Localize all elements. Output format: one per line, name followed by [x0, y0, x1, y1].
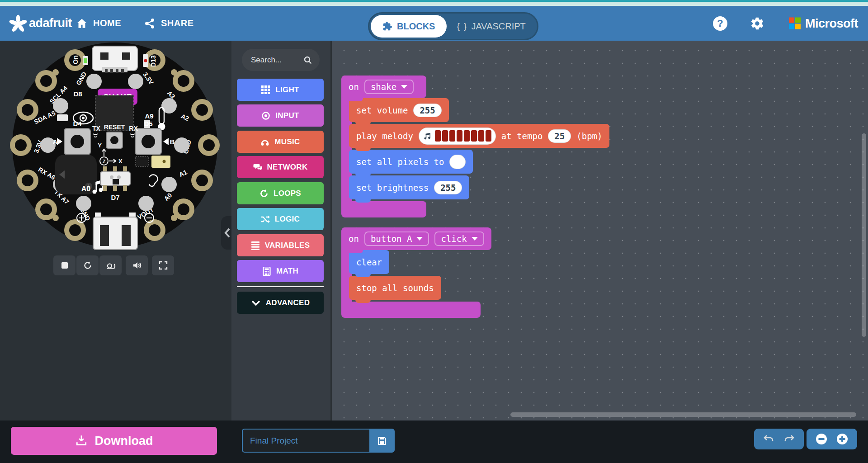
- search-box[interactable]: [242, 49, 320, 71]
- share-button[interactable]: SHARE: [144, 18, 194, 29]
- home-label: HOME: [93, 18, 121, 28]
- d7-label: D7: [111, 194, 119, 201]
- category-input[interactable]: INPUT: [237, 104, 324, 127]
- gear-icon[interactable]: [750, 16, 764, 31]
- list-icon: [251, 241, 260, 250]
- category-variables[interactable]: VARIABLES: [237, 234, 324, 256]
- stop-all-sounds-block[interactable]: stop all sounds: [349, 276, 441, 300]
- block-workspace[interactable]: on shake set volume 255 play melody at t…: [330, 41, 868, 420]
- on-shake-block[interactable]: on shake: [341, 76, 426, 98]
- save-icon: [377, 435, 387, 446]
- reset-button[interactable]: RESET: [104, 123, 125, 148]
- category-math[interactable]: MATH: [237, 260, 324, 282]
- block-label: at tempo: [501, 131, 543, 141]
- category-label: MATH: [276, 267, 298, 276]
- category-label: ADVANCED: [266, 298, 310, 307]
- set-all-pixels-block[interactable]: set all pixels to: [349, 150, 473, 174]
- help-glyph: ?: [717, 18, 723, 29]
- clear-block[interactable]: clear: [349, 250, 389, 274]
- home-button[interactable]: HOME: [76, 18, 121, 29]
- calculator-icon: [262, 267, 271, 276]
- d8-label: D8: [73, 90, 82, 98]
- microsoft-label: Microsoft: [805, 16, 858, 30]
- svg-text:D13: D13: [150, 55, 157, 67]
- color-picker-field[interactable]: [449, 155, 466, 169]
- event-block-foot[interactable]: [341, 302, 481, 318]
- category-logic[interactable]: LOGIC: [237, 208, 324, 230]
- melody-editor-field[interactable]: [419, 128, 496, 145]
- svg-text:RESET: RESET: [104, 123, 125, 131]
- category-network[interactable]: NETWORK: [237, 156, 324, 178]
- fullscreen-button[interactable]: [152, 255, 174, 275]
- gesture-dropdown[interactable]: click: [434, 232, 484, 246]
- redo-button[interactable]: [783, 434, 795, 444]
- stop-button[interactable]: [53, 255, 75, 275]
- category-label: MUSIC: [274, 137, 300, 146]
- sound-button[interactable]: [126, 255, 148, 275]
- block-label: set volume: [356, 105, 408, 115]
- on-button-click-block[interactable]: on button A click: [341, 227, 491, 250]
- block-label: on: [349, 82, 359, 92]
- search-input[interactable]: [251, 56, 303, 65]
- tab-blocks-label: BLOCKS: [397, 21, 435, 32]
- chat-icon: [253, 163, 262, 172]
- bottom-bar: Download: [0, 420, 868, 463]
- top-strip-mint: [0, 2, 868, 6]
- tempo-value-field[interactable]: 25: [548, 129, 571, 143]
- set-volume-block[interactable]: set volume 255: [349, 98, 449, 122]
- d4-label: D4: [73, 120, 82, 128]
- microsoft-logo[interactable]: Microsoft: [789, 16, 858, 30]
- project-name-input[interactable]: [242, 429, 369, 453]
- tab-blocks[interactable]: BLOCKS: [371, 15, 447, 38]
- block-label: (bpm): [576, 131, 602, 141]
- svg-text:Z: Z: [103, 159, 106, 164]
- slide-switch[interactable]: [100, 166, 130, 191]
- undo-button[interactable]: [763, 434, 774, 444]
- zoom-in-button[interactable]: [836, 433, 849, 445]
- tab-javascript[interactable]: { } JAVASCRIPT: [447, 15, 535, 38]
- event-dropdown[interactable]: shake: [364, 80, 414, 94]
- vertical-scrollbar[interactable]: [862, 133, 866, 337]
- set-brightness-block[interactable]: set brightness 255: [349, 175, 469, 199]
- category-label: VARIABLES: [265, 241, 310, 250]
- event-block-foot[interactable]: [341, 201, 426, 217]
- dropdown-value: button A: [371, 234, 412, 244]
- download-button[interactable]: Download: [11, 427, 217, 455]
- play-melody-block[interactable]: play melody at tempo 25 (bpm): [349, 124, 609, 148]
- chevron-down-icon: [251, 299, 261, 307]
- svg-text:On: On: [72, 56, 79, 64]
- category-advanced[interactable]: ADVANCED: [237, 292, 324, 314]
- volume-value-field[interactable]: 255: [413, 104, 441, 117]
- category-label: NETWORK: [267, 163, 308, 172]
- microsoft-squares-icon: [789, 18, 801, 29]
- svg-text:B: B: [170, 138, 175, 146]
- svg-text:A9: A9: [145, 112, 153, 120]
- block-label: play melody: [356, 131, 413, 141]
- category-light[interactable]: LIGHT: [237, 79, 324, 101]
- brightness-value-field[interactable]: 255: [434, 181, 462, 194]
- zoom-out-button[interactable]: [815, 433, 828, 445]
- horizontal-scrollbar[interactable]: [510, 412, 856, 417]
- button-dropdown[interactable]: button A: [364, 232, 429, 246]
- category-label: LIGHT: [275, 85, 299, 94]
- rx-label: RX: [129, 125, 138, 132]
- help-icon[interactable]: ?: [713, 16, 727, 31]
- slow-motion-button[interactable]: [99, 255, 122, 275]
- microphone: [151, 156, 170, 168]
- save-button[interactable]: [369, 429, 395, 453]
- home-icon: [76, 18, 88, 29]
- music-note-icon: [423, 132, 432, 140]
- block-label: stop all sounds: [356, 283, 434, 293]
- adafruit-logo[interactable]: adafruit: [8, 14, 72, 33]
- restart-button[interactable]: [76, 255, 99, 275]
- tx-label: TX: [92, 125, 101, 132]
- block-label: clear: [356, 257, 382, 267]
- block-label: on: [349, 234, 359, 244]
- undo-redo-group: [754, 429, 804, 449]
- simulator-toolbar: [53, 255, 174, 275]
- category-loops[interactable]: LOOPS: [237, 182, 324, 204]
- block-label: set all pixels to: [356, 157, 444, 167]
- dropdown-value: click: [441, 234, 467, 244]
- caret-down-icon: [472, 237, 478, 241]
- category-music[interactable]: MUSIC: [237, 131, 324, 153]
